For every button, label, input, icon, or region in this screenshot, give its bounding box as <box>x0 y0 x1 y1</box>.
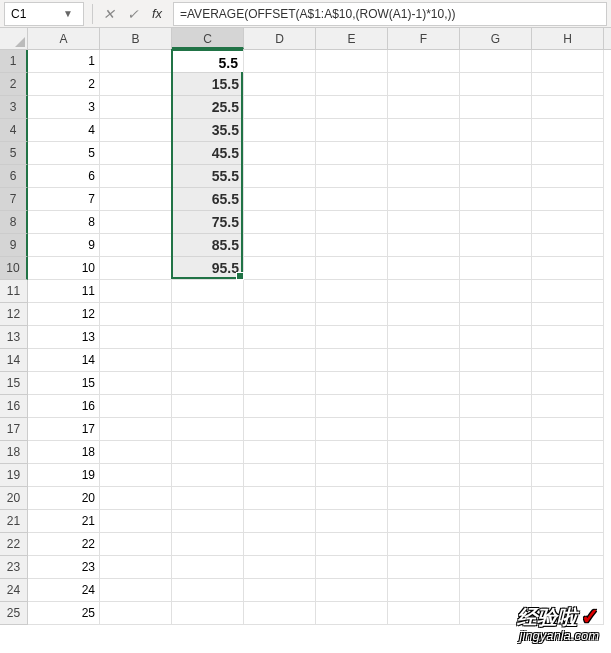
cell[interactable] <box>388 50 460 73</box>
cell[interactable] <box>460 188 532 211</box>
cell[interactable] <box>244 303 316 326</box>
row-header[interactable]: 23 <box>0 556 28 579</box>
cell[interactable] <box>100 533 172 556</box>
cell[interactable] <box>244 464 316 487</box>
cell[interactable] <box>388 349 460 372</box>
cell[interactable] <box>244 165 316 188</box>
cell[interactable] <box>100 142 172 165</box>
cell[interactable]: 95.5 <box>172 257 244 280</box>
cell[interactable] <box>244 119 316 142</box>
cell[interactable] <box>460 395 532 418</box>
cell[interactable] <box>172 464 244 487</box>
cell[interactable] <box>388 257 460 280</box>
cell[interactable] <box>532 556 604 579</box>
cell[interactable] <box>316 579 388 602</box>
cell[interactable]: 55.5 <box>172 165 244 188</box>
cell[interactable] <box>316 533 388 556</box>
cell[interactable]: 5 <box>28 142 100 165</box>
cell[interactable] <box>244 556 316 579</box>
cell[interactable] <box>172 579 244 602</box>
cell[interactable] <box>172 349 244 372</box>
cell[interactable] <box>316 349 388 372</box>
cell[interactable] <box>244 73 316 96</box>
cell[interactable] <box>316 510 388 533</box>
cell[interactable] <box>388 326 460 349</box>
cell[interactable] <box>532 326 604 349</box>
row-header[interactable]: 17 <box>0 418 28 441</box>
cell[interactable] <box>316 234 388 257</box>
cell[interactable] <box>532 510 604 533</box>
cell[interactable] <box>388 418 460 441</box>
cell[interactable] <box>316 119 388 142</box>
cell[interactable] <box>460 579 532 602</box>
col-header-e[interactable]: E <box>316 28 388 49</box>
cell[interactable]: 17 <box>28 418 100 441</box>
cell[interactable] <box>460 487 532 510</box>
cell[interactable] <box>532 418 604 441</box>
cell[interactable] <box>460 119 532 142</box>
cell[interactable] <box>388 372 460 395</box>
cell[interactable] <box>388 464 460 487</box>
cell[interactable]: 10 <box>28 257 100 280</box>
cell[interactable] <box>388 579 460 602</box>
cell[interactable] <box>244 418 316 441</box>
cell[interactable]: 15.5 <box>172 73 244 96</box>
cell[interactable] <box>532 372 604 395</box>
col-header-g[interactable]: G <box>460 28 532 49</box>
cell[interactable] <box>532 50 604 73</box>
cell[interactable] <box>532 257 604 280</box>
cell[interactable] <box>172 487 244 510</box>
cell[interactable]: 24 <box>28 579 100 602</box>
cell[interactable] <box>316 280 388 303</box>
cell[interactable] <box>388 303 460 326</box>
cell[interactable] <box>100 234 172 257</box>
cell[interactable]: 6 <box>28 165 100 188</box>
cell[interactable] <box>244 50 316 73</box>
cell[interactable]: 25 <box>28 602 100 625</box>
row-header[interactable]: 5 <box>0 142 28 165</box>
row-header[interactable]: 16 <box>0 395 28 418</box>
col-header-h[interactable]: H <box>532 28 604 49</box>
cell[interactable]: 23 <box>28 556 100 579</box>
cell[interactable] <box>460 96 532 119</box>
cell[interactable] <box>172 372 244 395</box>
row-header[interactable]: 20 <box>0 487 28 510</box>
col-header-f[interactable]: F <box>388 28 460 49</box>
cell[interactable] <box>388 556 460 579</box>
row-header[interactable]: 11 <box>0 280 28 303</box>
cell[interactable] <box>244 395 316 418</box>
cell[interactable]: 18 <box>28 441 100 464</box>
cell[interactable] <box>316 418 388 441</box>
cell[interactable] <box>460 165 532 188</box>
cell[interactable] <box>172 510 244 533</box>
cell[interactable] <box>100 96 172 119</box>
col-header-b[interactable]: B <box>100 28 172 49</box>
cell[interactable]: 25.5 <box>172 96 244 119</box>
cell[interactable] <box>316 556 388 579</box>
cell[interactable]: 75.5 <box>172 211 244 234</box>
cell[interactable] <box>244 326 316 349</box>
cell[interactable] <box>244 441 316 464</box>
cell[interactable] <box>172 418 244 441</box>
row-header[interactable]: 9 <box>0 234 28 257</box>
cell[interactable]: 85.5 <box>172 234 244 257</box>
fx-icon[interactable]: fx <box>145 2 169 26</box>
cell[interactable]: 22 <box>28 533 100 556</box>
cell[interactable] <box>388 234 460 257</box>
cell[interactable]: 20 <box>28 487 100 510</box>
cell[interactable] <box>532 464 604 487</box>
cell[interactable] <box>316 96 388 119</box>
cell[interactable] <box>532 211 604 234</box>
cell[interactable] <box>172 556 244 579</box>
name-box[interactable]: C1 ▼ <box>4 2 84 26</box>
cell[interactable] <box>532 73 604 96</box>
row-header[interactable]: 10 <box>0 257 28 280</box>
cell[interactable] <box>100 257 172 280</box>
cell[interactable] <box>100 50 172 73</box>
cell[interactable] <box>316 395 388 418</box>
row-header[interactable]: 13 <box>0 326 28 349</box>
cell[interactable] <box>460 464 532 487</box>
cell[interactable] <box>388 96 460 119</box>
cell[interactable]: 5.5 <box>172 50 244 73</box>
cell[interactable] <box>388 142 460 165</box>
